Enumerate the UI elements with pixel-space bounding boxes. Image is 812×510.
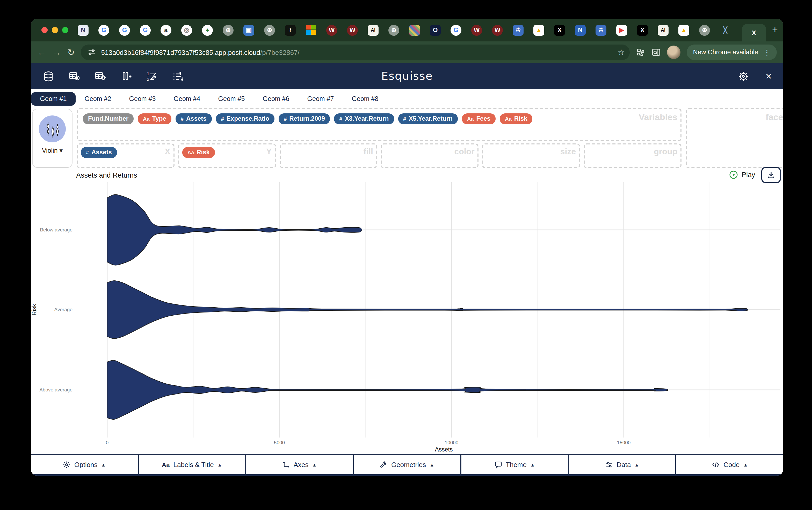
pinned-tab-favicon[interactable]: G [451,25,461,35]
pinned-tab-favicon[interactable]: ▲ [678,25,689,35]
pinned-tab-favicon[interactable]: ⊕ [264,25,275,35]
options-toolbar-button[interactable]: Options▲ [31,455,138,474]
zoom-window-button[interactable] [62,27,68,33]
site-settings-icon[interactable] [87,48,96,57]
pinned-tab-favicon[interactable]: W [492,25,503,35]
back-button[interactable]: ← [37,48,46,57]
pinned-tab-favicon[interactable]: ⊕ [223,25,234,35]
pinned-tab-favicon[interactable]: W [471,25,482,35]
play-button[interactable]: Play [729,170,755,179]
variable-pill-fees[interactable]: AaFees [462,113,496,124]
pinned-tab-favicon[interactable]: G [98,25,109,35]
variable-pill-type[interactable]: AaType [138,113,171,124]
pinned-tab-favicon[interactable]: ◎ [181,25,192,35]
chrome-update-button[interactable]: New Chrome available ⋮ [687,44,777,60]
active-tab[interactable]: X [742,24,766,41]
pinned-tab-favicon[interactable]: ≀ [285,25,296,35]
pinned-tab-favicon[interactable]: N [78,25,89,35]
variable-pill-risk[interactable]: AaRisk [500,113,532,124]
database-icon[interactable] [42,70,54,82]
geom-tab-4[interactable]: Geom #4 [165,92,209,106]
violin-above-average [107,360,668,419]
variable-pill-return.2009[interactable]: #Return.2009 [279,113,330,124]
new-tab-button[interactable]: + [772,24,778,36]
settings-gear-icon[interactable] [738,71,749,82]
pinned-tab-favicon[interactable]: N [575,25,586,35]
variable-pill-expense.ratio[interactable]: #Expense.Ratio [216,113,275,124]
play-circle-icon [729,170,738,179]
pinned-tab-favicon[interactable] [409,25,420,35]
sort-rows-icon[interactable] [172,70,184,82]
pinned-tab-favicon[interactable]: AI [368,25,379,35]
violin-average [107,281,748,339]
dropzone-size[interactable]: size [483,143,580,168]
cut-rows-icon[interactable]: 12 [146,70,158,82]
pinned-tab-favicon[interactable]: AI [658,25,669,35]
pinned-tab-favicon[interactable]: W [326,25,337,35]
variable-pill-x5.year.return[interactable]: #X5.Year.Return [398,113,458,124]
address-bar[interactable]: 513a0d3b16f84f9f9871d793a7f53c85.app.pos… [81,44,630,60]
geom-tab-6[interactable]: Geom #6 [254,92,298,106]
geom-tab-5[interactable]: Geom #5 [209,92,254,106]
pinned-tab-favicon[interactable]: ▲ [533,25,544,35]
dropzone-x[interactable]: X#Assets [77,143,175,168]
pinned-tab-favicon[interactable] [306,25,316,35]
pinned-tab-favicon[interactable]: a [161,25,171,35]
pinned-tab-favicon[interactable]: ▶ [616,25,627,35]
variable-pill-x3.year.return[interactable]: #X3.Year.Return [334,113,394,124]
browser-menu-icon[interactable]: ⋮ [763,48,771,56]
pinned-tab-favicon[interactable]: X [637,25,648,35]
facet-dropzone[interactable]: facet [686,108,783,168]
browser-toolbar: ← → ↻ 513a0d3b16f84f9f9871d793a7f53c85.a… [31,41,783,63]
reload-button[interactable]: ↻ [67,48,75,57]
table-eye-icon[interactable] [68,70,80,82]
variable-pill-assets[interactable]: #Assets [176,113,212,124]
chevron-down-icon: ▾ [60,147,63,154]
axes-toolbar-button[interactable]: Axes▲ [245,455,353,474]
toolbar-button-label: Labels & Title [173,461,214,469]
pinned-tab-favicon[interactable]: ⊕ [388,25,399,35]
dropzone-color[interactable]: color [381,143,479,168]
extensions-puzzle-icon[interactable] [636,48,645,57]
geometries-toolbar-button[interactable]: Geometries▲ [353,455,460,474]
close-app-icon[interactable]: × [766,71,772,81]
dropzone-watermark: X [165,147,170,156]
pinned-tab-favicon[interactable]: ♔ [596,25,606,35]
variable-pill-assets[interactable]: #Assets [81,147,117,158]
table-gear-icon[interactable] [94,70,106,82]
geom-tab-8[interactable]: Geom #8 [343,92,387,106]
variable-pill-risk[interactable]: AaRisk [182,147,215,158]
dropzone-y[interactable]: YAaRisk [178,143,276,168]
code-toolbar-button[interactable]: Code▲ [675,455,783,474]
bookmark-star-icon[interactable]: ☆ [618,48,625,57]
pinned-tab-favicon[interactable]: G [140,25,151,35]
dropzone-group[interactable]: group [584,143,682,168]
data-toolbar-button[interactable]: Data▲ [568,455,675,474]
geom-tab-3[interactable]: Geom #3 [120,92,165,106]
side-panel-search-icon[interactable] [651,48,661,57]
dropzone-fill[interactable]: fill [280,143,377,168]
minimize-window-button[interactable] [52,27,58,33]
download-plot-button[interactable] [761,167,781,183]
geom-tab-1[interactable]: Geom #1 [31,92,76,106]
close-window-button[interactable] [41,27,48,33]
variables-dropzone[interactable]: Variables Fund.NumberAaType#Assets#Expen… [77,108,682,141]
add-column-icon[interactable] [120,70,132,82]
variable-pill-fund.number[interactable]: Fund.Number [83,113,134,124]
pinned-tab-favicon[interactable]: ╳ [720,25,731,35]
pinned-tab-favicon[interactable]: X [554,25,565,35]
pinned-tab-favicon[interactable]: W [347,25,358,35]
pinned-tab-favicon[interactable]: ▣ [243,25,254,35]
forward-button[interactable]: → [52,48,61,57]
pinned-tab-favicon[interactable]: ♠ [202,25,213,35]
pinned-tab-favicon[interactable]: O [430,25,441,35]
pinned-tab-favicon[interactable]: G [119,25,130,35]
geom-tab-2[interactable]: Geom #2 [76,92,120,106]
profile-avatar[interactable] [667,46,680,59]
geom-tab-7[interactable]: Geom #7 [298,92,343,106]
pinned-tab-favicon[interactable]: ♔ [513,25,524,35]
labels-title-toolbar-button[interactable]: AaLabels & Title▲ [138,455,245,474]
theme-toolbar-button[interactable]: Theme▲ [460,455,568,474]
geometry-selector[interactable]: Violin ▾ [32,109,72,168]
pinned-tab-favicon[interactable]: ⊕ [699,25,710,35]
